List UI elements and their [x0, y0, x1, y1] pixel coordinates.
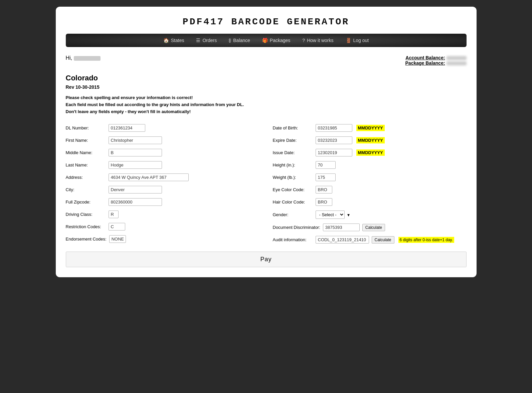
audit-calculate-button[interactable]: Calculate — [372, 236, 394, 244]
last-name-label: Last Name: — [66, 162, 106, 167]
address-label: Address: — [66, 175, 106, 180]
packages-icon: 🎁 — [262, 38, 268, 43]
first-name-group: First Name: — [66, 136, 259, 144]
expire-label: Expire Date: — [273, 138, 313, 143]
eye-color-group: Eye Color Code: — [273, 186, 467, 193]
middle-name-group: Middle Name: — [66, 149, 259, 156]
account-info: Account Balance: Package Balance: — [405, 55, 467, 66]
dob-input[interactable] — [316, 124, 352, 132]
nav-orders[interactable]: ☰ Orders — [191, 34, 221, 47]
first-name-input[interactable] — [109, 136, 162, 144]
state-name: Colorado — [66, 74, 467, 82]
username-blur — [74, 56, 101, 61]
eye-color-label: Eye Color Code: — [273, 187, 313, 192]
audit-input[interactable] — [316, 236, 369, 244]
endorsement-input[interactable] — [109, 235, 126, 243]
nav-states[interactable]: 🏠 States — [159, 34, 189, 47]
instruction-2: Each field must be filled out according … — [66, 102, 467, 107]
zipcode-input[interactable] — [109, 198, 162, 206]
doc-disc-label: Document Discriminator: — [273, 225, 320, 230]
account-balance-value — [447, 56, 467, 60]
first-name-label: First Name: — [66, 138, 106, 143]
account-balance-label[interactable]: Account Balance: — [405, 55, 445, 60]
issue-label: Issue Date: — [273, 150, 313, 155]
last-name-input[interactable] — [109, 161, 162, 169]
nav-how-it-works[interactable]: ? How it works — [298, 34, 338, 47]
nav-balance[interactable]: ₿ Balance — [224, 34, 255, 47]
weight-input[interactable] — [316, 173, 336, 181]
city-group: City: — [66, 186, 259, 193]
instructions: Please check spelling and ensure your in… — [66, 95, 467, 114]
greeting-row: Hi, Account Balance: Package Balance: — [66, 55, 467, 66]
dob-label: Date of Birth: — [273, 125, 313, 130]
gender-group: Gender: - Select - M F ▾ — [273, 211, 467, 219]
form-left: DL Number: First Name: Middle Name: Last… — [66, 124, 259, 244]
rev-date: Rev 10-30-2015 — [66, 84, 467, 90]
height-group: Height (in.): — [273, 161, 467, 169]
orders-icon: ☰ — [196, 38, 200, 43]
greeting: Hi, — [66, 55, 101, 61]
doc-disc-input[interactable] — [323, 224, 360, 231]
instruction-3: Don't leave any fields empty - they won'… — [66, 109, 467, 114]
expire-group: Expire Date: MMDDYYYY — [273, 136, 467, 144]
home-icon: 🏠 — [163, 38, 169, 43]
doc-disc-calculate-button[interactable]: Calculate — [362, 224, 385, 231]
restriction-input[interactable] — [109, 223, 125, 231]
restriction-group: Restriction Codes: — [66, 223, 259, 231]
dob-hint: MMDDYYYY — [356, 125, 385, 131]
middle-name-label: Middle Name: — [66, 150, 106, 155]
weight-group: Weight (lb.): — [273, 173, 467, 181]
weight-label: Weight (lb.): — [273, 175, 313, 180]
package-balance-label[interactable]: Package Balance: — [405, 60, 445, 66]
driving-class-group: Driving Class: — [66, 211, 259, 218]
page-title: PDF417 BARCODE GENERATOR — [66, 17, 467, 27]
nav-packages[interactable]: 🎁 Packages — [257, 34, 295, 47]
dl-number-group: DL Number: — [66, 124, 259, 132]
endorsement-group: Endorsement Codes: — [66, 235, 259, 243]
issue-group: Issue Date: MMDDYYYY — [273, 149, 467, 156]
hair-color-input[interactable] — [316, 198, 332, 206]
driving-class-label: Driving Class: — [66, 212, 106, 217]
pay-button[interactable]: Pay — [66, 252, 467, 267]
gender-select[interactable]: - Select - M F — [316, 211, 345, 219]
account-balance-row: Account Balance: — [405, 55, 467, 60]
instruction-1: Please check spelling and ensure your in… — [66, 95, 467, 100]
doc-disc-group: Document Discriminator: Calculate — [273, 224, 467, 231]
question-icon: ? — [302, 38, 305, 43]
issue-hint: MMDDYYYY — [356, 149, 385, 156]
restriction-label: Restriction Codes: — [66, 224, 106, 229]
dl-number-input[interactable] — [109, 124, 145, 132]
zipcode-group: Full Zipcode: — [66, 198, 259, 206]
dl-number-label: DL Number: — [66, 125, 106, 130]
logout-icon: 🚪 — [346, 38, 351, 43]
pay-button-row: Pay — [66, 252, 467, 267]
nav-logout[interactable]: 🚪 Log out — [341, 34, 374, 47]
city-label: City: — [66, 187, 106, 192]
zipcode-label: Full Zipcode: — [66, 200, 106, 205]
expire-hint: MMDDYYYY — [356, 137, 385, 143]
bitcoin-icon: ₿ — [229, 38, 231, 43]
expire-input[interactable] — [316, 136, 352, 144]
package-balance-value — [447, 61, 467, 65]
address-input[interactable] — [109, 173, 189, 181]
navigation: 🏠 States ☰ Orders ₿ Balance 🎁 Packages ?… — [66, 34, 467, 47]
endorsement-label: Endorsement Codes: — [66, 237, 107, 242]
audit-group: Audit information: Calculate 6 digits af… — [273, 236, 467, 244]
height-input[interactable] — [316, 161, 336, 169]
package-balance-row: Package Balance: — [405, 60, 467, 66]
middle-name-input[interactable] — [109, 149, 162, 156]
address-group: Address: — [66, 173, 259, 181]
hair-color-group: Hair Color Code: — [273, 198, 467, 206]
hair-color-label: Hair Color Code: — [273, 200, 313, 205]
gender-label: Gender: — [273, 212, 313, 217]
driving-class-input[interactable] — [109, 211, 119, 218]
audit-label: Audit information: — [273, 237, 313, 242]
form-section: DL Number: First Name: Middle Name: Last… — [66, 124, 467, 244]
issue-input[interactable] — [316, 149, 352, 156]
gender-dropdown-icon: ▾ — [347, 212, 350, 218]
eye-color-input[interactable] — [316, 186, 332, 193]
dob-group: Date of Birth: MMDDYYYY — [273, 124, 467, 132]
audit-hint: 6 digits after 0-iss date+1 day. — [398, 237, 455, 243]
last-name-group: Last Name: — [66, 161, 259, 169]
city-input[interactable] — [109, 186, 162, 193]
